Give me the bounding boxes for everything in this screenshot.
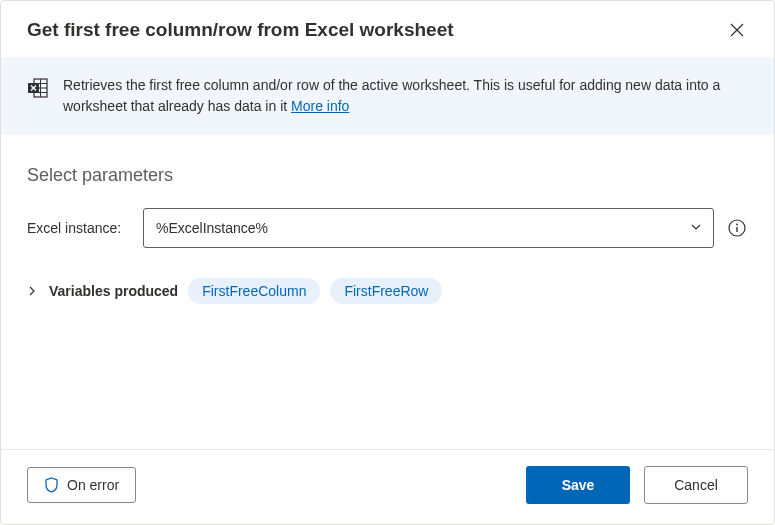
dialog-header: Get first free column/row from Excel wor…	[1, 1, 774, 57]
excel-instance-select[interactable]: %ExcelInstance%	[143, 208, 714, 248]
info-icon	[728, 219, 746, 237]
svg-point-7	[736, 224, 738, 226]
variable-pill-first-free-column[interactable]: FirstFreeColumn	[188, 278, 320, 304]
variables-expand-toggle[interactable]	[27, 286, 37, 296]
info-banner: Retrieves the first free column and/or r…	[1, 57, 774, 135]
chevron-right-icon	[27, 286, 37, 296]
content-area: Select parameters Excel instance: %Excel…	[1, 135, 774, 449]
banner-text: Retrieves the first free column and/or r…	[63, 75, 748, 117]
variables-produced-row: Variables produced FirstFreeColumn First…	[27, 278, 748, 304]
on-error-label: On error	[67, 477, 119, 493]
shield-icon	[44, 477, 59, 493]
excel-instance-label: Excel instance:	[27, 220, 131, 236]
save-button[interactable]: Save	[526, 466, 630, 504]
close-icon	[730, 23, 744, 37]
cancel-button[interactable]: Cancel	[644, 466, 748, 504]
more-info-link[interactable]: More info	[291, 98, 349, 114]
on-error-button[interactable]: On error	[27, 467, 136, 503]
excel-icon	[27, 77, 49, 102]
section-title: Select parameters	[27, 165, 748, 186]
variable-pill-first-free-row[interactable]: FirstFreeRow	[330, 278, 442, 304]
excel-instance-info-button[interactable]	[726, 217, 748, 239]
excel-instance-row: Excel instance: %ExcelInstance%	[27, 208, 748, 248]
dialog-title: Get first free column/row from Excel wor…	[27, 19, 454, 41]
close-button[interactable]	[726, 19, 748, 41]
variables-produced-label: Variables produced	[49, 283, 178, 299]
footer-actions: Save Cancel	[526, 466, 748, 504]
dialog-footer: On error Save Cancel	[1, 449, 774, 524]
excel-instance-select-wrapper: %ExcelInstance%	[143, 208, 714, 248]
banner-description: Retrieves the first free column and/or r…	[63, 77, 720, 114]
